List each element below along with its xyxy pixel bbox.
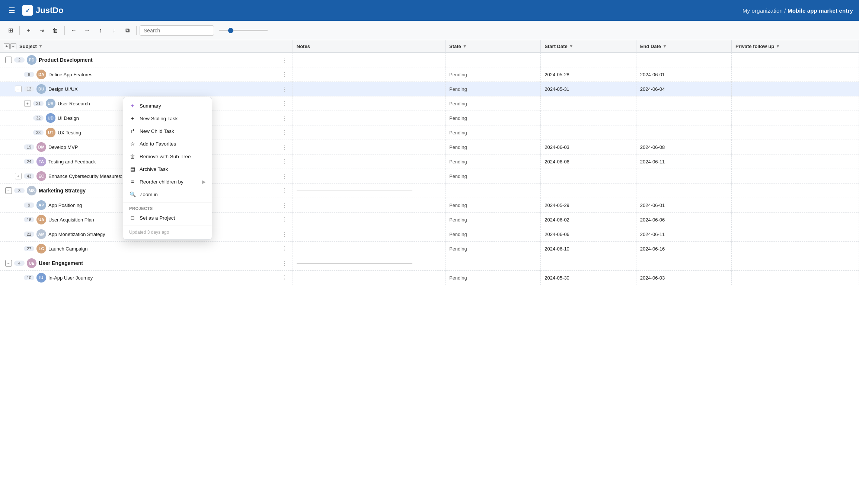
context-menu-reorder[interactable]: ≡ Reorder children by ▶ [123, 175, 212, 188]
private-follow-up-filter-icon[interactable]: ▼ [776, 44, 780, 49]
avatar: DA [36, 70, 46, 79]
start-date-cell: 2024-06-02 [541, 213, 636, 227]
zoom-slider-thumb[interactable] [228, 28, 233, 33]
end-date-cell [636, 125, 731, 140]
state-cell: Pending [445, 198, 540, 213]
search-input[interactable] [140, 25, 214, 36]
hamburger-menu-button[interactable]: ☰ [6, 4, 18, 16]
task-more-button[interactable]: ⋮ [280, 158, 289, 165]
context-menu-new-sibling[interactable]: + New Sibling Task [123, 112, 212, 125]
end-date-cell: 2024-06-06 [636, 213, 731, 227]
start-date-cell: 2024-06-06 [541, 154, 636, 169]
private-follow-up-column-label: Private follow up [735, 44, 774, 49]
context-menu-set-project[interactable]: □ Set as a Project [123, 211, 212, 224]
task-more-button[interactable]: ⋮ [280, 187, 289, 194]
task-more-button[interactable]: ⋮ [280, 260, 289, 267]
end-date-cell [636, 256, 731, 271]
subject-cell: 27LCLaunch Campaign⋮ [0, 242, 293, 256]
task-more-button[interactable]: ⋮ [280, 86, 289, 93]
task-more-button[interactable]: ⋮ [280, 129, 289, 136]
task-name: UI Design [58, 115, 79, 121]
context-menu-remove-subtree[interactable]: 🗑 Remove with Sub-Tree [123, 150, 212, 163]
expand-collapse-button[interactable]: − [5, 187, 12, 194]
task-more-button[interactable]: ⋮ [280, 245, 289, 252]
private-follow-up-cell [732, 125, 859, 140]
context-menu-favorites[interactable]: ☆ Add to Favorites [123, 137, 212, 150]
task-number-badge: 9 [24, 202, 34, 208]
copy-button[interactable]: ⧉ [121, 25, 133, 36]
end-date-filter-icon[interactable]: ▼ [662, 44, 667, 49]
start-date-cell: 2024-05-30 [541, 271, 636, 285]
subject-cell: −12DUDesign UI/UX⋮ [0, 82, 293, 96]
task-more-button[interactable]: ⋮ [280, 100, 289, 107]
end-date-cell [636, 96, 731, 111]
avatar: UR [46, 99, 55, 108]
avatar: EC [36, 171, 46, 181]
task-more-button[interactable]: ⋮ [280, 57, 289, 64]
context-menu-summary[interactable]: ✦ Summary [123, 99, 212, 112]
context-menu-archive-label: Archive Task [140, 166, 168, 172]
task-more-button[interactable]: ⋮ [280, 202, 289, 209]
context-menu-zoom-in[interactable]: 🔍 Zoom in [123, 188, 212, 201]
context-menu-archive[interactable]: ▤ Archive Task [123, 163, 212, 175]
task-more-button[interactable]: ⋮ [280, 173, 289, 180]
subject-cell: −4UEUser Engagement⋮ [0, 256, 293, 271]
end-date-cell: 2024-06-11 [636, 227, 731, 242]
move-left-button[interactable]: ← [68, 25, 80, 36]
avatar: UD [46, 113, 55, 123]
notes-cell [293, 213, 445, 227]
private-follow-up-cell [732, 184, 859, 198]
state-filter-icon[interactable]: ▼ [463, 44, 467, 49]
task-more-button[interactable]: ⋮ [280, 274, 289, 281]
start-date-filter-icon[interactable]: ▼ [569, 44, 574, 49]
state-badge: Pending [449, 101, 467, 106]
indent-button[interactable]: ⇥ [36, 25, 48, 36]
task-more-button[interactable]: ⋮ [280, 144, 289, 151]
zoom-slider-track[interactable] [219, 30, 268, 31]
subject-cell: 10IUIn-App User Journey⋮ [0, 271, 293, 285]
task-more-button[interactable]: ⋮ [280, 216, 289, 223]
avatar: IU [36, 273, 46, 283]
avatar: UA [36, 215, 46, 224]
table-header-row: + − Subject ▼ Notes State ▼ [0, 40, 859, 52]
task-more-button[interactable]: ⋮ [280, 71, 289, 78]
end-date-column-label: End Date [640, 44, 661, 49]
task-name: In-App User Journey [48, 275, 93, 281]
move-up-button[interactable]: ↑ [95, 25, 106, 36]
task-number-badge: 32 [33, 115, 44, 121]
move-down-button[interactable]: ↓ [108, 25, 120, 36]
expand-all-button[interactable]: + [4, 43, 10, 49]
avatar: MS [27, 186, 36, 195]
context-menu-new-child[interactable]: ↱ New Child Task [123, 125, 212, 137]
state-cell [445, 52, 540, 67]
logo-icon: ✓ [22, 5, 33, 16]
expand-collapse-button[interactable]: − [15, 86, 22, 92]
expand-collapse-button[interactable]: − [5, 260, 12, 267]
task-name: Launch Campaign [48, 246, 88, 252]
add-task-button[interactable]: + [23, 25, 35, 36]
collapse-all-button[interactable]: − [10, 43, 16, 49]
move-right-button[interactable]: → [81, 25, 93, 36]
reorder-arrow-icon: ▶ [202, 179, 206, 185]
start-date-cell [541, 111, 636, 125]
end-date-cell [636, 52, 731, 67]
task-name: App Monetization Strategy [48, 232, 105, 237]
expand-collapse-button[interactable]: + [15, 173, 22, 179]
end-date-cell: 2024-06-16 [636, 242, 731, 256]
task-more-button[interactable]: ⋮ [280, 231, 289, 238]
delete-button[interactable]: 🗑 [50, 25, 61, 36]
task-name: Testing and Feedback [48, 159, 96, 165]
state-cell [445, 184, 540, 198]
end-date-cell: 2024-06-08 [636, 140, 731, 154]
app-header: ☰ ✓ JustDo My organization / Mobile app … [0, 0, 859, 21]
private-follow-up-cell [732, 154, 859, 169]
grid-view-button[interactable]: ⊞ [4, 25, 16, 36]
state-cell: Pending [445, 111, 540, 125]
reorder-icon: ≡ [129, 178, 136, 185]
expand-collapse-button[interactable]: − [5, 57, 12, 63]
project-name: Mobile app market entry [788, 7, 853, 14]
subject-filter-icon[interactable]: ▼ [38, 44, 43, 49]
context-menu-remove-subtree-label: Remove with Sub-Tree [140, 154, 191, 159]
task-more-button[interactable]: ⋮ [280, 115, 289, 122]
expand-collapse-button[interactable]: + [24, 100, 31, 107]
